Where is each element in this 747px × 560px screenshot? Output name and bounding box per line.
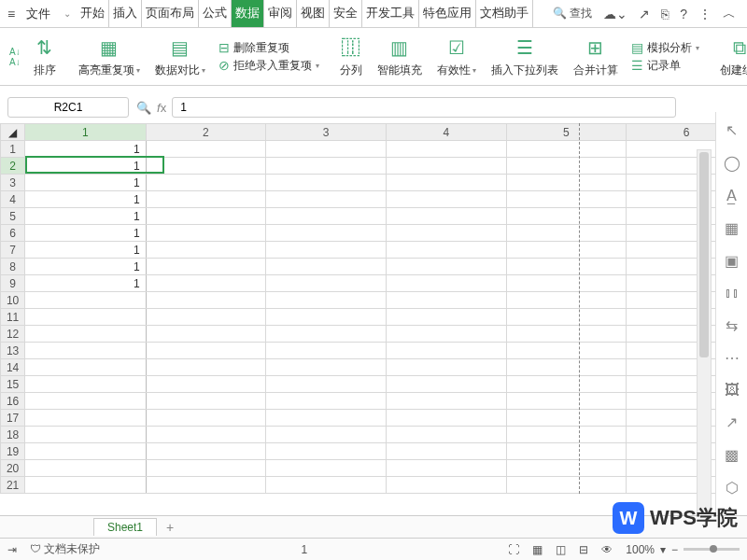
sheet-tab-1[interactable]: Sheet1 bbox=[93, 518, 157, 536]
cell-r5c3[interactable] bbox=[266, 208, 387, 225]
sort-asc-desc[interactable]: A↓A↓ bbox=[6, 47, 24, 67]
protect-status[interactable]: 🛡 文档未保护 bbox=[30, 541, 100, 557]
cell-r4c1[interactable]: 1 bbox=[25, 191, 147, 208]
cell-r19c1[interactable] bbox=[25, 443, 147, 460]
row-header-2[interactable]: 2 bbox=[1, 158, 25, 175]
cell-r15c5[interactable] bbox=[506, 376, 627, 393]
cell-r9c2[interactable] bbox=[146, 275, 266, 292]
cell-r7c3[interactable] bbox=[266, 242, 387, 259]
cell-r17c3[interactable] bbox=[266, 410, 387, 427]
cell-r1c2[interactable] bbox=[146, 141, 266, 158]
row-header-4[interactable]: 4 bbox=[1, 191, 25, 208]
tab-数据[interactable]: 数据 bbox=[232, 0, 264, 27]
select-all[interactable]: ◢ bbox=[1, 124, 25, 141]
cell-r19c4[interactable] bbox=[386, 443, 506, 460]
cell-r6c4[interactable] bbox=[386, 225, 506, 242]
cell-r18c5[interactable] bbox=[506, 427, 627, 443]
cell-r4c3[interactable] bbox=[266, 191, 387, 208]
cell-r8c2[interactable] bbox=[146, 259, 266, 275]
cursor-icon[interactable]: ↖ bbox=[726, 121, 738, 139]
settings-icon[interactable]: ⬡ bbox=[726, 479, 739, 497]
split-button[interactable]: ⿲分列 bbox=[334, 30, 368, 83]
tab-文档助手[interactable]: 文档助手 bbox=[476, 0, 533, 27]
cell-r6c3[interactable] bbox=[266, 225, 387, 242]
chart-icon[interactable]: ⫾⫾ bbox=[725, 285, 740, 301]
cell-r7c4[interactable] bbox=[386, 242, 506, 259]
validity-button[interactable]: ☑有效性▾ bbox=[431, 30, 482, 83]
cell-r4c2[interactable] bbox=[146, 191, 266, 208]
cell-r21c1[interactable] bbox=[25, 477, 147, 494]
cell-r21c2[interactable] bbox=[146, 477, 266, 494]
consolidate-button[interactable]: ⊞合并计算 bbox=[568, 30, 624, 83]
cell-r6c1[interactable]: 1 bbox=[25, 225, 147, 242]
cell-r14c1[interactable] bbox=[25, 359, 147, 376]
tab-公式[interactable]: 公式 bbox=[199, 0, 232, 27]
cell-r10c4[interactable] bbox=[386, 292, 506, 309]
cell-r14c4[interactable] bbox=[386, 359, 506, 376]
cell-r10c3[interactable] bbox=[266, 292, 387, 309]
cell-r6c2[interactable] bbox=[146, 225, 266, 242]
cell-r17c5[interactable] bbox=[506, 410, 627, 427]
cell-r12c3[interactable] bbox=[266, 326, 387, 343]
cell-r10c1[interactable] bbox=[25, 292, 147, 309]
col-header-2[interactable]: 2 bbox=[146, 124, 266, 141]
cell-r16c2[interactable] bbox=[146, 393, 266, 410]
help-icon[interactable]: ? bbox=[680, 7, 687, 21]
row-header-9[interactable]: 9 bbox=[1, 275, 25, 292]
cell-r4c4[interactable] bbox=[386, 191, 506, 208]
cell-r10c5[interactable] bbox=[506, 292, 627, 309]
cell-r9c4[interactable] bbox=[386, 275, 506, 292]
cell-r7c2[interactable] bbox=[146, 242, 266, 259]
row-header-21[interactable]: 21 bbox=[1, 477, 25, 494]
cell-r9c5[interactable] bbox=[506, 275, 627, 292]
cell-r3c1[interactable]: 1 bbox=[25, 175, 147, 191]
col-header-5[interactable]: 5 bbox=[506, 124, 627, 141]
search-fx-icon[interactable]: 🔍 bbox=[136, 101, 151, 115]
record-button[interactable]: ☰记录单 bbox=[631, 58, 699, 74]
cell-r21c4[interactable] bbox=[386, 477, 506, 494]
cell-r5c4[interactable] bbox=[386, 208, 506, 225]
tab-开始[interactable]: 开始 bbox=[77, 0, 109, 27]
cell-r13c5[interactable] bbox=[506, 343, 627, 359]
col-header-3[interactable]: 3 bbox=[266, 124, 387, 141]
format-icon[interactable]: A̲ bbox=[726, 187, 737, 204]
cloud-icon[interactable]: ☁⌄ bbox=[603, 7, 627, 21]
collapse-ribbon-icon[interactable]: ︿ bbox=[723, 6, 736, 22]
cell-r3c3[interactable] bbox=[266, 175, 387, 191]
cell-r13c1[interactable] bbox=[25, 343, 147, 359]
add-sheet-button[interactable]: + bbox=[157, 518, 183, 537]
cell-r14c5[interactable] bbox=[506, 359, 627, 376]
more-icon[interactable]: ⋮ bbox=[698, 7, 712, 21]
cell-r16c1[interactable] bbox=[25, 393, 147, 410]
fx-icon[interactable]: fx bbox=[157, 101, 166, 115]
cell-r17c4[interactable] bbox=[386, 410, 506, 427]
cell-r15c2[interactable] bbox=[146, 376, 266, 393]
cell-r1c5[interactable] bbox=[506, 141, 627, 158]
cell-r21c5[interactable] bbox=[506, 477, 627, 494]
view-page-icon[interactable]: ◫ bbox=[556, 543, 566, 556]
cell-r11c2[interactable] bbox=[146, 309, 266, 326]
reject-dup-button[interactable]: ⊘拒绝录入重复项▾ bbox=[218, 58, 319, 74]
cell-r16c3[interactable] bbox=[266, 393, 387, 410]
cell-r14c3[interactable] bbox=[266, 359, 387, 376]
zoom-control[interactable]: 100%▾ − bbox=[626, 543, 740, 556]
image-icon[interactable]: 🖼 bbox=[725, 382, 740, 399]
spreadsheet-grid[interactable]: ◢123456112131415161718191101112131415161… bbox=[0, 123, 747, 494]
cell-r4c5[interactable] bbox=[506, 191, 627, 208]
cell-r2c3[interactable] bbox=[266, 158, 387, 175]
row-header-16[interactable]: 16 bbox=[1, 393, 25, 410]
group-button[interactable]: ⧉创建组▾ bbox=[714, 30, 747, 83]
cell-r19c5[interactable] bbox=[506, 443, 627, 460]
cell-r8c3[interactable] bbox=[266, 259, 387, 275]
view-break-icon[interactable]: ⊟ bbox=[579, 543, 588, 556]
tab-审阅[interactable]: 审阅 bbox=[264, 0, 297, 27]
scrollbar-thumb[interactable] bbox=[699, 152, 709, 357]
cell-r20c1[interactable] bbox=[25, 460, 147, 477]
row-header-10[interactable]: 10 bbox=[1, 292, 25, 309]
file-chevron-icon[interactable]: ⌄ bbox=[58, 8, 77, 19]
row-header-17[interactable]: 17 bbox=[1, 410, 25, 427]
cell-r11c3[interactable] bbox=[266, 309, 387, 326]
row-header-8[interactable]: 8 bbox=[1, 259, 25, 275]
cell-r8c4[interactable] bbox=[386, 259, 506, 275]
cell-r10c2[interactable] bbox=[146, 292, 266, 309]
